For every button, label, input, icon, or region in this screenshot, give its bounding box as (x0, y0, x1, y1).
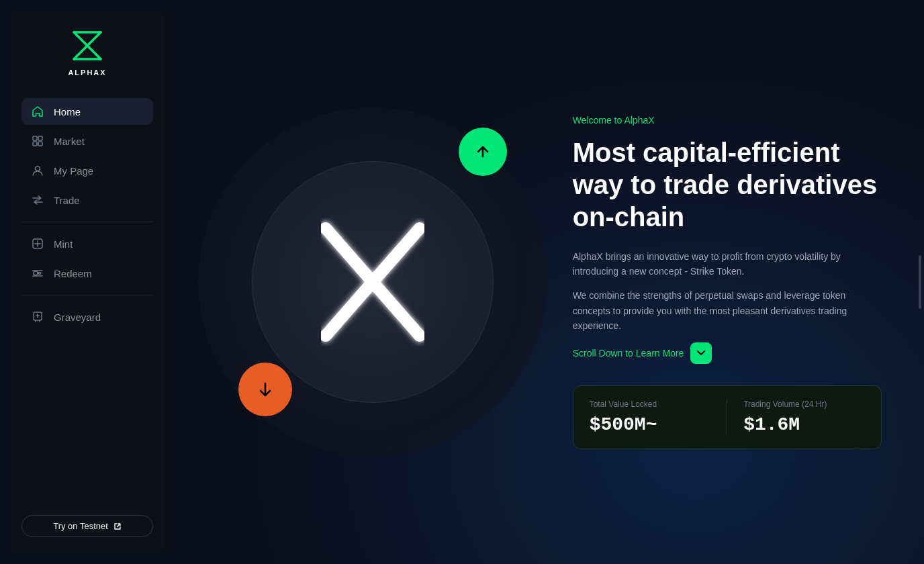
scrollbar[interactable] (919, 255, 921, 309)
mint-icon (31, 237, 44, 250)
sidebar-item-market[interactable]: Market (21, 128, 153, 154)
stats-divider (727, 399, 727, 435)
sidebar-label-home: Home (54, 106, 81, 117)
nav-divider-1 (21, 222, 153, 222)
stats-card: Total Value Locked $500M~ Trading Volume… (573, 385, 882, 449)
sidebar-item-graveyard[interactable]: Graveyard (21, 303, 153, 330)
scroll-cta-row: Scroll Down to Learn More (573, 342, 884, 364)
sidebar-label-mint: Mint (54, 238, 73, 250)
volume-label: Trading Volume (24 Hr) (743, 399, 865, 409)
tvl-stat: Total Value Locked $500M~ (590, 399, 711, 435)
description-1: AlphaX brings an innovative way to profi… (573, 249, 868, 279)
down-arrow-icon (254, 378, 277, 401)
tertiary-nav: Graveyard (21, 303, 153, 330)
welcome-heading: Welcome to AlphaX (573, 115, 884, 126)
home-icon (31, 105, 44, 118)
svg-rect-3 (38, 142, 42, 146)
sidebar-label-trade: Trade (54, 195, 80, 206)
tvl-value: $500M~ (590, 414, 711, 435)
x-logo-graphic (306, 215, 440, 349)
down-arrow-bubble (238, 363, 292, 416)
logo-area: ALPHAX (21, 27, 153, 77)
up-arrow-icon (473, 142, 493, 162)
trade-icon (31, 193, 44, 207)
sidebar-item-redeem[interactable]: Redeem (21, 260, 153, 287)
sidebar-item-home[interactable]: Home (21, 98, 153, 125)
svg-rect-0 (33, 136, 37, 140)
scroll-down-icon-btn[interactable] (690, 342, 712, 364)
tvl-label: Total Value Locked (590, 399, 711, 409)
sidebar-label-graveyard: Graveyard (54, 312, 101, 323)
up-arrow-bubble (459, 128, 507, 176)
market-icon (31, 134, 44, 148)
hero-circle (198, 107, 547, 457)
chevron-down-icon (696, 348, 706, 359)
main-nav: Home Market My Page (21, 98, 153, 214)
testnet-button[interactable]: Try on Testnet (21, 515, 153, 537)
hero-graphic (164, 0, 582, 564)
volume-stat: Trading Volume (24 Hr) $1.6M (743, 399, 865, 435)
alphax-logo-icon (68, 27, 106, 64)
main-headline: Most capital-efficient way to trade deri… (573, 136, 884, 233)
svg-point-6 (34, 271, 38, 275)
main-content: Welcome to AlphaX Most capital-efficient… (164, 0, 924, 564)
logo-text: ALPHAX (68, 68, 106, 77)
sidebar-item-mypage[interactable]: My Page (21, 157, 153, 184)
user-icon (31, 164, 44, 177)
graveyard-icon (31, 310, 44, 324)
hero-content: Welcome to AlphaX Most capital-efficient… (559, 0, 924, 564)
sidebar-label-mypage: My Page (54, 165, 93, 177)
svg-point-4 (36, 167, 40, 171)
sidebar-label-market: Market (54, 136, 85, 147)
nav-divider-2 (21, 295, 153, 295)
svg-rect-2 (33, 142, 37, 146)
scroll-cta-text: Scroll Down to Learn More (573, 348, 684, 359)
external-link-icon (113, 522, 122, 530)
redeem-icon (31, 267, 44, 280)
volume-value: $1.6M (743, 414, 865, 435)
testnet-label: Try on Testnet (53, 521, 108, 531)
secondary-nav: Mint Redeem (21, 230, 153, 287)
sidebar-item-mint[interactable]: Mint (21, 230, 153, 257)
description-2: We combine the strengths of perpetual sw… (573, 288, 868, 333)
sidebar-label-redeem: Redeem (54, 268, 92, 279)
sidebar-item-trade[interactable]: Trade (21, 187, 153, 214)
sidebar: ALPHAX Home Market (11, 11, 164, 553)
svg-rect-1 (38, 136, 42, 140)
